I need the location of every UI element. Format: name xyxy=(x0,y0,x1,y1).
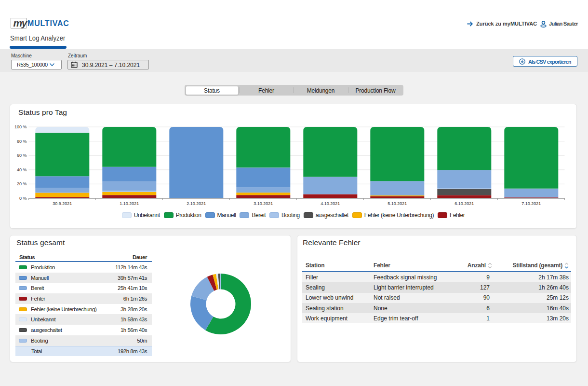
svg-text:0 %: 0 % xyxy=(19,196,27,201)
svg-text:4.10.2021: 4.10.2021 xyxy=(321,201,340,206)
svg-text:60 %: 60 % xyxy=(17,153,27,158)
svg-text:20 %: 20 % xyxy=(17,181,27,186)
svg-text:6.10.2021: 6.10.2021 xyxy=(454,201,474,206)
svg-text:40 %: 40 % xyxy=(17,167,27,172)
svg-text:1.10.2021: 1.10.2021 xyxy=(120,201,139,206)
svg-text:80 %: 80 % xyxy=(17,139,27,144)
svg-text:5.10.2021: 5.10.2021 xyxy=(388,201,407,206)
svg-text:7.10.2021: 7.10.2021 xyxy=(521,201,541,206)
svg-text:2.10.2021: 2.10.2021 xyxy=(187,201,206,206)
svg-text:30.9.2021: 30.9.2021 xyxy=(53,201,72,206)
svg-text:3.10.2021: 3.10.2021 xyxy=(254,201,273,206)
svg-text:100 %: 100 % xyxy=(14,124,27,129)
